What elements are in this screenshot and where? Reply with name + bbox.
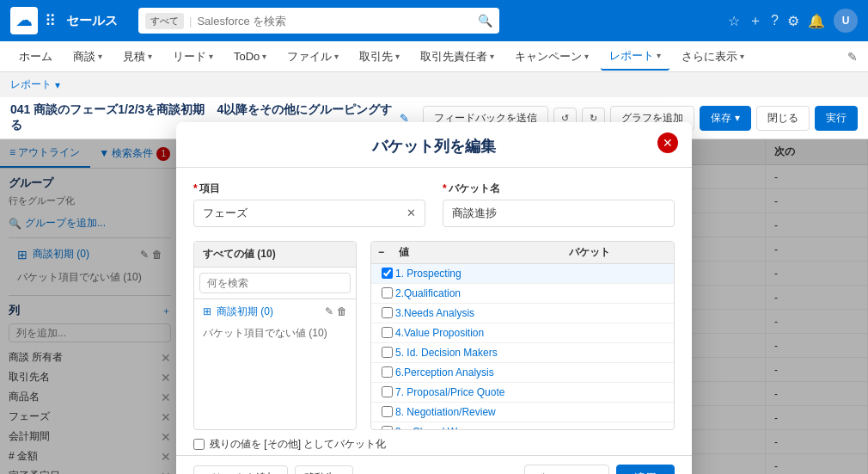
value-row: 5. Id. Decision Makers xyxy=(371,343,674,363)
search-values-input[interactable] xyxy=(199,273,351,293)
menu-item-home[interactable]: ホーム xyxy=(10,44,61,70)
menu-item-reports[interactable]: レポート ▾ xyxy=(601,43,669,71)
value-row: 3.Needs Analysis xyxy=(371,304,674,323)
value-row: 1. Prospecting xyxy=(371,264,674,284)
value-checkbox[interactable] xyxy=(382,327,393,338)
notification-icon[interactable]: 🔔 xyxy=(808,13,825,29)
minus-col-header: − xyxy=(378,246,399,258)
value-name[interactable]: 2.Qualification xyxy=(395,287,531,299)
chevron-down-icon: ▾ xyxy=(657,51,661,60)
value-name[interactable]: 3.Needs Analysis xyxy=(395,307,531,319)
menu-item-campaigns[interactable]: キャンペーン ▾ xyxy=(506,44,597,70)
value-checkbox[interactable] xyxy=(382,406,393,417)
modal-body: 項目 フェーズ ✕ バケット名 商談進捗 xyxy=(176,168,692,455)
modal-form-row: 項目 フェーズ ✕ バケット名 商談進捗 xyxy=(193,182,675,227)
values-table-header: − 値 バケット xyxy=(371,242,674,264)
chevron-down-icon: ▾ xyxy=(98,52,102,61)
edit-icon[interactable]: ✎ xyxy=(325,305,333,317)
remaining-checkbox[interactable] xyxy=(193,439,205,450)
bucket-icon: ⊞ xyxy=(203,305,211,317)
modal-dialog: バケット列を編集 ✕ 項目 フェーズ ✕ バケット名 商談進捗 xyxy=(176,122,692,475)
field-item: 項目 フェーズ ✕ xyxy=(193,182,425,227)
value-checkbox[interactable] xyxy=(382,386,393,397)
value-name[interactable]: 6.Perception Analysis xyxy=(395,366,531,379)
modal-bucket-item[interactable]: ⊞ 商談初期 (0) ✎ 🗑 xyxy=(194,299,356,324)
bucket-name-input[interactable]: 商談進捗 xyxy=(443,200,675,227)
close-button[interactable]: 閉じる xyxy=(756,106,810,131)
help-icon[interactable]: ? xyxy=(771,13,779,28)
value-name[interactable]: 8. Negotiation/Review xyxy=(395,406,531,418)
menu-item-accounts[interactable]: 取引先 ▾ xyxy=(351,44,408,70)
value-name[interactable]: 4.Value Proposition xyxy=(395,327,531,339)
save-dropdown-button[interactable]: 保存 ▾ xyxy=(700,106,751,131)
menu-item-contacts[interactable]: 取引先責任者 ▾ xyxy=(412,44,503,70)
add-icon[interactable]: ＋ xyxy=(749,12,762,30)
modal-close-button[interactable]: ✕ xyxy=(657,132,678,153)
chevron-down-icon: ▾ xyxy=(209,52,213,61)
chevron-down-icon: ▾ xyxy=(334,52,339,61)
chevron-down-icon: ▾ xyxy=(262,52,266,61)
bucket-col-header: バケット xyxy=(526,245,653,260)
delete-icon[interactable]: 🗑 xyxy=(337,305,347,317)
cancel-button[interactable]: キャンセル xyxy=(524,465,609,475)
move-to-button[interactable]: 移動先 ▾ xyxy=(295,465,353,474)
breadcrumb-separator: ▾ xyxy=(55,79,60,91)
user-avatar[interactable]: U xyxy=(834,9,858,33)
menu-item-files[interactable]: ファイル ▾ xyxy=(278,44,347,70)
menu-item-more[interactable]: さらに表示 ▾ xyxy=(673,44,753,70)
modal-footer: バケットを追加 移動先 ▾ キャンセル 適用 xyxy=(176,455,692,475)
value-checkbox[interactable] xyxy=(382,307,393,318)
field-label: 項目 xyxy=(193,182,425,196)
breadcrumb-parent[interactable]: レポート xyxy=(10,77,52,92)
app-switcher-icon[interactable]: ⠿ xyxy=(45,11,56,30)
edit-icon[interactable]: ✎ xyxy=(847,50,858,64)
value-name[interactable]: 1. Prospecting xyxy=(395,268,531,280)
menu-item-leads[interactable]: リード ▾ xyxy=(164,44,222,70)
value-checkbox[interactable] xyxy=(382,366,393,378)
value-checkbox[interactable] xyxy=(382,268,393,279)
bucket-item-edit-actions: ✎ 🗑 xyxy=(325,305,347,317)
clear-field-icon[interactable]: ✕ xyxy=(406,206,416,219)
apply-button[interactable]: 適用 xyxy=(616,465,675,475)
menu-item-estimates[interactable]: 見積 ▾ xyxy=(114,44,161,70)
field-bucket-name: バケット名 商談進捗 xyxy=(443,182,675,227)
modal-header: バケット列を編集 ✕ xyxy=(176,122,692,168)
modal-footer-left: バケットを追加 移動先 ▾ xyxy=(193,465,353,474)
modal-right-col: − 値 バケット 1. Prospecting 2.Qualification xyxy=(370,241,675,430)
bucket-no-items-label: バケット項目でない値 (10) xyxy=(194,324,356,344)
global-search-input[interactable] xyxy=(197,15,473,28)
add-bucket-button[interactable]: バケットを追加 xyxy=(193,465,288,474)
value-checkbox-container xyxy=(378,406,395,417)
chevron-down-icon: ▾ xyxy=(740,52,744,61)
favorites-icon[interactable]: ☆ xyxy=(728,13,740,29)
main-area: ≡ アウトライン ▼ 検索条件 1 グループ 行をグループ化 🔍 グループを追加… xyxy=(0,139,868,474)
value-name[interactable]: 9a. Closed Won xyxy=(395,426,531,429)
remaining-checkbox-row: 残りの値を [その他] としてバケット化 xyxy=(193,437,675,452)
chevron-down-icon: ▾ xyxy=(395,52,400,61)
menu-item-deals[interactable]: 商談 ▾ xyxy=(64,44,111,70)
search-scope-label[interactable]: すべて xyxy=(145,13,184,29)
value-row: 9a. Closed Won xyxy=(371,422,674,429)
value-name[interactable]: 7. Proposal/Price Quote xyxy=(395,386,531,398)
value-name[interactable]: 5. Id. Decision Makers xyxy=(395,347,531,359)
value-checkbox-container xyxy=(378,426,395,429)
value-checkbox[interactable] xyxy=(382,347,393,358)
value-checkbox-container xyxy=(378,287,395,299)
value-checkbox[interactable] xyxy=(382,287,393,299)
chevron-down-icon: ▾ xyxy=(148,52,152,61)
field-input[interactable]: フェーズ ✕ xyxy=(193,200,425,227)
chevron-down-icon: ▾ xyxy=(490,52,494,61)
search-icon[interactable]: 🔍 xyxy=(478,14,492,28)
run-button[interactable]: 実行 xyxy=(815,106,858,131)
menu-bar: ホーム 商談 ▾ 見積 ▾ リード ▾ ToDo ▾ ファイル ▾ 取引先 ▾ … xyxy=(0,41,868,72)
menu-item-todo[interactable]: ToDo ▾ xyxy=(225,45,275,68)
value-checkbox-container xyxy=(378,366,395,378)
value-checkbox[interactable] xyxy=(382,426,393,429)
salesforce-logo: ☁ xyxy=(10,7,38,34)
remaining-label: 残りの値を [その他] としてバケット化 xyxy=(210,437,386,452)
value-checkbox-container xyxy=(378,268,395,279)
settings-icon[interactable]: ⚙ xyxy=(787,13,799,29)
global-search-container: すべて | 🔍 xyxy=(138,8,499,34)
nav-icons-group: ☆ ＋ ? ⚙ 🔔 U xyxy=(728,9,858,33)
modal-overlay: バケット列を編集 ✕ 項目 フェーズ ✕ バケット名 商談進捗 xyxy=(0,139,868,474)
